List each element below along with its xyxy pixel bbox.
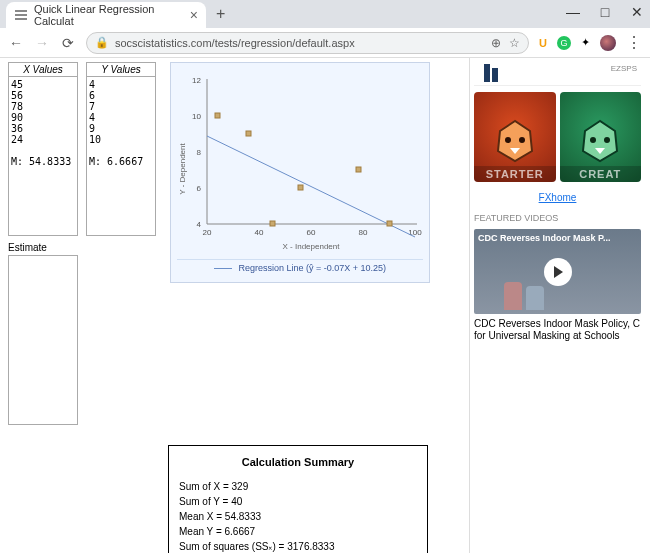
svg-text:10: 10 — [192, 112, 201, 121]
video-overlay-title: CDC Reverses Indoor Mask P... — [478, 233, 637, 243]
x-axis-label: X - Independent — [283, 242, 341, 251]
reload-button[interactable]: ⟳ — [60, 35, 76, 51]
creator-logo[interactable]: CREAT — [560, 92, 642, 182]
y-values-column: Y Values — [86, 62, 156, 425]
legend-text: Regression Line (ŷ = -0.07X + 10.25) — [238, 263, 386, 273]
svg-text:12: 12 — [192, 76, 201, 85]
x-values-textarea[interactable] — [8, 76, 78, 236]
svg-rect-2 — [15, 18, 27, 20]
summary-meanx: Mean X = 54.8333 — [179, 509, 417, 524]
y-values-textarea[interactable] — [86, 76, 156, 236]
svg-text:6: 6 — [197, 184, 202, 193]
summary-ssx: Sum of squares (SSₓ) = 3176.8333 — [179, 539, 417, 554]
svg-rect-18 — [356, 167, 361, 172]
svg-point-27 — [604, 137, 610, 143]
wolf-mascot-icon — [490, 116, 540, 166]
regression-chart: Y - Dependent 4 6 8 10 12 20 40 60 — [170, 62, 430, 283]
svg-point-24 — [505, 137, 511, 143]
profile-avatar[interactable] — [600, 35, 616, 51]
svg-rect-22 — [484, 64, 490, 82]
video-person-shape-2 — [526, 286, 544, 310]
starter-label: STARTER — [474, 166, 556, 182]
summary-title: Calculation Summary — [179, 454, 417, 471]
window-minimize-button[interactable]: — — [566, 4, 580, 20]
y-axis-label: Y - Dependent — [178, 143, 187, 195]
extension-u-icon[interactable]: U — [539, 37, 547, 49]
summary-meany: Mean Y = 6.6667 — [179, 524, 417, 539]
svg-rect-20 — [246, 131, 251, 136]
video-caption: CDC Reverses Indoor Mask Policy, C for U… — [474, 318, 641, 342]
back-button[interactable]: ← — [8, 35, 24, 51]
browser-menu-icon[interactable]: ⋮ — [626, 33, 642, 52]
ad-tag: EZSPS — [611, 64, 637, 73]
tab-close-icon[interactable]: × — [190, 7, 198, 23]
ad-banner-top[interactable]: EZSPS — [474, 62, 641, 86]
bookmark-star-icon[interactable]: ☆ — [509, 36, 520, 50]
browser-toolbar: ← → ⟳ 🔒 socscistatistics.com/tests/regre… — [0, 28, 650, 58]
svg-point-26 — [590, 137, 596, 143]
extensions-puzzle-icon[interactable]: ✦ — [581, 36, 590, 49]
svg-rect-0 — [15, 10, 27, 12]
y-values-header: Y Values — [86, 62, 156, 76]
tab-favicon — [14, 8, 28, 22]
main-area: X Values Estimate Y Values Y - Dependent… — [0, 58, 470, 553]
chart-container: Y - Dependent 4 6 8 10 12 20 40 60 — [170, 62, 430, 425]
svg-rect-17 — [298, 185, 303, 190]
x-values-column: X Values Estimate — [8, 62, 78, 425]
ad-figure-icon — [478, 64, 504, 82]
url-text: socscistatistics.com/tests/regression/de… — [115, 37, 355, 49]
extension-grammarly-icon[interactable]: G — [557, 36, 571, 50]
lock-icon: 🔒 — [95, 36, 109, 49]
forward-button[interactable]: → — [34, 35, 50, 51]
new-tab-button[interactable]: + — [216, 5, 225, 23]
svg-rect-21 — [215, 113, 220, 118]
summary-sumx: Sum of X = 329 — [179, 479, 417, 494]
svg-rect-16 — [270, 221, 275, 226]
tab-title: Quick Linear Regression Calculat — [34, 3, 190, 27]
video-person-shape — [504, 282, 522, 310]
sidebar-ads: EZSPS STARTER CREAT FXhome FEATURED VIDE… — [470, 58, 645, 553]
logo-ad-row: STARTER CREAT — [474, 92, 641, 182]
summary-sumy: Sum of Y = 40 — [179, 494, 417, 509]
svg-text:20: 20 — [203, 228, 212, 237]
svg-text:60: 60 — [307, 228, 316, 237]
page-content: X Values Estimate Y Values Y - Dependent… — [0, 58, 650, 553]
window-close-button[interactable]: ✕ — [630, 4, 644, 20]
search-icon[interactable]: ⊕ — [491, 36, 501, 50]
chart-legend: Regression Line (ŷ = -0.07X + 10.25) — [177, 259, 423, 276]
estimate-label: Estimate — [8, 242, 78, 253]
wolf-mascot-green-icon — [575, 116, 625, 166]
svg-text:4: 4 — [197, 220, 202, 229]
creator-label: CREAT — [560, 166, 642, 182]
address-bar[interactable]: 🔒 socscistatistics.com/tests/regression/… — [86, 32, 529, 54]
svg-rect-1 — [15, 14, 27, 16]
svg-text:100: 100 — [408, 228, 422, 237]
svg-line-15 — [207, 136, 415, 237]
estimate-textarea[interactable] — [8, 255, 78, 425]
legend-line-icon — [214, 268, 232, 269]
svg-rect-23 — [492, 68, 498, 82]
x-values-header: X Values — [8, 62, 78, 76]
svg-text:80: 80 — [359, 228, 368, 237]
featured-video-thumbnail[interactable]: CDC Reverses Indoor Mask P... — [474, 229, 641, 314]
svg-point-25 — [519, 137, 525, 143]
svg-rect-19 — [387, 221, 392, 226]
svg-text:40: 40 — [255, 228, 264, 237]
svg-text:8: 8 — [197, 148, 202, 157]
window-maximize-button[interactable]: □ — [598, 4, 612, 20]
starter-logo[interactable]: STARTER — [474, 92, 556, 182]
fxhome-link[interactable]: FXhome — [474, 192, 641, 203]
calculation-summary: Calculation Summary Sum of X = 329 Sum o… — [168, 445, 428, 553]
browser-tab[interactable]: Quick Linear Regression Calculat × — [6, 2, 206, 28]
play-icon[interactable] — [544, 258, 572, 286]
window-titlebar: Quick Linear Regression Calculat × + — □… — [0, 0, 650, 28]
featured-videos-header: FEATURED VIDEOS — [474, 213, 641, 223]
